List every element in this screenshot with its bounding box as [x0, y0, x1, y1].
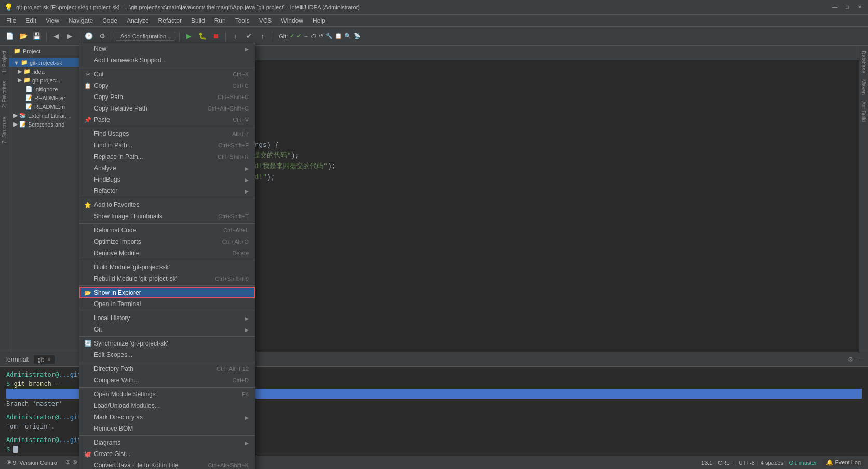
ctx-copy-path[interactable]: Copy Path Ctrl+Shift+C — [79, 91, 255, 103]
ctx-new-label: New — [94, 45, 243, 52]
event-log[interactable]: 🔔 Event Log — [823, 459, 864, 466]
ctx-cut[interactable]: ✂ Cut Ctrl+X — [79, 68, 255, 80]
git-search: 🔍 — [344, 33, 351, 39]
menu-analyze[interactable]: Analyze — [123, 16, 153, 25]
menu-window[interactable]: Window — [277, 16, 307, 25]
stop-btn[interactable]: ⏹ — [210, 31, 222, 42]
ctx-diagrams[interactable]: Diagrams — [79, 437, 255, 448]
git-push-btn[interactable]: ↑ — [256, 31, 268, 42]
ctx-add-framework[interactable]: Add Framework Support... — [79, 54, 255, 66]
ctx-analyze[interactable]: Analyze — [79, 162, 255, 174]
add-config-button[interactable]: Add Configuration... — [116, 32, 175, 41]
ctx-copy-relative-path[interactable]: Copy Relative Path Ctrl+Alt+Shift+C — [79, 103, 255, 114]
ctx-create-gist[interactable]: 🐙 Create Gist... — [79, 448, 255, 460]
git-badge: Git: ✔ ✔ → ⏱ ↺ 🔧 📋 🔍 📡 — [276, 32, 364, 40]
debug-btn[interactable]: 🐛 — [197, 31, 208, 42]
menu-code[interactable]: Code — [98, 16, 121, 25]
new-file-btn[interactable]: 📄 — [4, 31, 16, 42]
ctx-new[interactable]: New — [79, 43, 255, 54]
ctx-remove-module[interactable]: Remove Module Delete — [79, 247, 255, 259]
menu-view[interactable]: View — [42, 16, 63, 25]
open-btn[interactable]: 📂 — [18, 31, 29, 42]
ctx-copy[interactable]: 📋 Copy Ctrl+C — [79, 80, 255, 91]
status-line-ending[interactable]: CRLF — [718, 460, 733, 466]
terminal-minimize-icon[interactable]: — — [858, 356, 864, 363]
close-button[interactable]: ✕ — [856, 3, 864, 11]
ctx-edit-scopes[interactable]: Edit Scopes... — [79, 349, 255, 361]
ctx-optimize-imports[interactable]: Optimize Imports Ctrl+Alt+O — [79, 236, 255, 247]
right-tab-database[interactable]: Database — [860, 48, 867, 76]
ctx-rebuild-module[interactable]: Rebuild Module 'git-project-sk' Ctrl+Shi… — [79, 273, 255, 284]
ctx-git-arrow — [245, 326, 249, 333]
ctx-replace-in-path[interactable]: Replace in Path... Ctrl+Shift+R — [79, 151, 255, 162]
ctx-convert-java[interactable]: Convert Java File to Kotlin File Ctrl+Al… — [79, 460, 255, 469]
version-control-tab[interactable]: ⑨ 9: Version Contro — [4, 459, 59, 466]
ctx-load-unload[interactable]: Load/Unload Modules... — [79, 400, 255, 411]
ctx-mark-directory[interactable]: Mark Directory as — [79, 411, 255, 423]
ctx-remove-bom[interactable]: Remove BOM — [79, 423, 255, 434]
minimize-button[interactable]: — — [831, 3, 839, 11]
recent-btn[interactable]: 🕐 — [83, 31, 94, 42]
readme-er-file-icon: 📝 — [25, 94, 33, 101]
ctx-open-module-settings[interactable]: Open Module Settings F4 — [79, 389, 255, 400]
terminal-close-btn[interactable]: × — [47, 357, 50, 363]
status-git[interactable]: Git: master — [789, 460, 817, 466]
gitproj-label: git-projec... — [32, 77, 60, 84]
status-indent[interactable]: 4 spaces — [761, 460, 783, 466]
ctx-sep-11 — [79, 435, 255, 436]
save-btn[interactable]: 💾 — [31, 31, 43, 42]
run-btn[interactable]: ▶ — [183, 31, 195, 42]
ctx-mark-dir-arrow — [245, 413, 249, 421]
ctx-synchronize[interactable]: 🔄 Synchronize 'git-project-sk' — [79, 338, 255, 349]
left-tab-project[interactable]: 1: Project — [1, 48, 8, 76]
project-title: Project — [23, 48, 40, 54]
ctx-local-history[interactable]: Local History — [79, 312, 255, 324]
ctx-copy-rel-label: Copy Relative Path — [94, 105, 199, 112]
ctx-paste[interactable]: 📌 Paste Ctrl+V — [79, 114, 255, 126]
back-btn[interactable]: ◀ — [50, 31, 62, 42]
menu-help[interactable]: Help — [308, 16, 330, 25]
right-tab-ant[interactable]: Ant Build — [860, 98, 867, 125]
terminal-tab-git[interactable]: git × — [34, 355, 55, 364]
toolbar-sep-3 — [112, 32, 112, 41]
idea-arrow: ▶ — [18, 68, 22, 75]
menu-navigate[interactable]: Navigate — [64, 16, 97, 25]
git-update-btn[interactable]: ↓ — [229, 31, 241, 42]
ctx-directory-path[interactable]: Directory Path Ctrl+Alt+F12 — [79, 363, 255, 375]
menu-edit[interactable]: Edit — [21, 16, 40, 25]
menu-build[interactable]: Build — [187, 16, 209, 25]
menu-vcs[interactable]: VCS — [255, 16, 276, 25]
ctx-refactor[interactable]: Refactor — [79, 185, 255, 197]
ctx-show-image-thumbnails[interactable]: Show Image Thumbnails Ctrl+Shift+T — [79, 211, 255, 222]
menu-refactor[interactable]: Refactor — [154, 16, 186, 25]
ctx-find-in-path-shortcut: Ctrl+Shift+F — [218, 142, 249, 148]
ctx-find-in-path[interactable]: Find in Path... Ctrl+Shift+F — [79, 140, 255, 151]
status-encoding[interactable]: UTF-8 — [739, 460, 755, 466]
ctx-reformat-code[interactable]: Reformat Code Ctrl+Alt+L — [79, 225, 255, 236]
menu-tools[interactable]: Tools — [231, 16, 254, 25]
terminal-gear-icon[interactable]: ⚙ — [848, 356, 853, 363]
ctx-findbugs[interactable]: FindBugs — [79, 174, 255, 185]
forward-btn[interactable]: ▶ — [64, 31, 75, 42]
status-position[interactable]: 13:1 — [701, 460, 712, 466]
term-cursor — [13, 446, 17, 453]
right-tab-maven[interactable]: Maven — [860, 76, 867, 98]
left-tab-structure[interactable]: 7: Structure — [1, 114, 8, 147]
ctx-add-to-favorites[interactable]: ⭐ Add to Favorites — [79, 199, 255, 211]
ctx-open-in-terminal[interactable]: Open in Terminal — [79, 298, 255, 310]
ctx-build-module[interactable]: Build Module 'git-project-sk' — [79, 261, 255, 273]
git-commit-btn[interactable]: ✔ — [243, 31, 254, 42]
settings-btn[interactable]: ⚙ — [97, 31, 108, 42]
app-icon: 💡 — [4, 3, 13, 11]
ctx-compare-with[interactable]: Compare With... Ctrl+D — [79, 375, 255, 386]
maximize-button[interactable]: □ — [843, 3, 851, 11]
left-tab-favorites[interactable]: 2: Favorites — [1, 78, 8, 111]
ctx-show-in-explorer[interactable]: 📂 Show in Explorer — [79, 287, 255, 298]
ctx-git[interactable]: Git — [79, 324, 255, 335]
menu-file[interactable]: File — [2, 16, 20, 25]
ctx-find-usages-label: Find Usages — [94, 130, 224, 137]
ctx-sep-2 — [79, 127, 255, 127]
ctx-module-settings-shortcut: F4 — [242, 391, 249, 397]
menu-run[interactable]: Run — [210, 16, 230, 25]
ctx-find-usages[interactable]: Find Usages Alt+F7 — [79, 128, 255, 140]
